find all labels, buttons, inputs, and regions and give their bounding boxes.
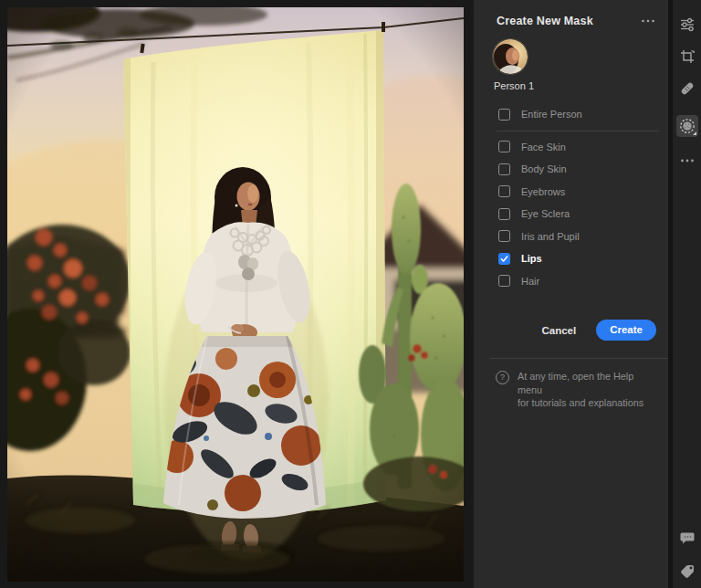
mask-option-label: Iris and Pupil	[521, 231, 580, 242]
mask-option-hair[interactable]: Hair	[474, 270, 668, 293]
mask-option-label: Body Skin	[521, 163, 567, 174]
edit-sliders-icon[interactable]	[676, 14, 698, 36]
help-line-2: for tutorials and explanations	[518, 396, 654, 410]
mask-options-list: Entire Person Face Skin Body Skin Eyebro…	[474, 103, 668, 292]
checkbox[interactable]	[498, 230, 510, 242]
create-mask-panel: Create New Mask Person 1	[474, 0, 668, 588]
help-divider	[490, 358, 668, 359]
photo-illustration	[7, 7, 464, 582]
person-avatar[interactable]	[493, 39, 528, 74]
mask-option-label: Lips	[521, 253, 542, 264]
checkbox[interactable]	[498, 109, 510, 121]
more-tools-icon[interactable]	[676, 150, 698, 172]
tool-strip	[673, 0, 701, 588]
mask-option-body-skin[interactable]: Body Skin	[474, 158, 668, 181]
help-text: At any time, open the Help menu for tuto…	[518, 370, 654, 410]
panel-header: Create New Mask	[474, 0, 668, 27]
help-question-icon: ?	[496, 371, 509, 384]
panel-title: Create New Mask	[497, 15, 639, 27]
mask-option-face-skin[interactable]: Face Skin	[474, 136, 668, 159]
help-hint: ? At any time, open the Help menu for tu…	[496, 370, 654, 410]
panel-buttons: Cancel Create	[474, 320, 668, 341]
checkbox[interactable]	[498, 275, 510, 287]
checkbox[interactable]	[498, 208, 510, 220]
help-line-1: At any time, open the Help menu	[518, 370, 654, 396]
person-name-label: Person 1	[494, 80, 668, 91]
create-button[interactable]: Create	[596, 320, 656, 341]
comments-icon[interactable]	[676, 527, 698, 549]
options-divider	[497, 131, 659, 131]
checkbox[interactable]	[498, 141, 510, 152]
mask-option-entire-person[interactable]: Entire Person	[474, 103, 668, 126]
checkbox[interactable]	[498, 163, 510, 175]
mask-option-label: Face Skin	[521, 142, 566, 152]
keywords-tag-icon[interactable]	[676, 561, 698, 583]
mask-option-label: Eye Sclera	[521, 208, 570, 219]
cancel-button[interactable]: Cancel	[539, 321, 578, 340]
masking-icon[interactable]	[676, 115, 698, 137]
panel-more-options-icon[interactable]	[639, 17, 657, 25]
mask-option-iris-and-pupil[interactable]: Iris and Pupil	[474, 226, 668, 248]
checkbox[interactable]	[498, 185, 510, 197]
crop-icon[interactable]	[676, 46, 698, 68]
photo[interactable]	[7, 7, 464, 582]
healing-icon[interactable]	[676, 78, 698, 100]
mask-option-eye-sclera[interactable]: Eye Sclera	[474, 203, 668, 226]
photo-canvas-area	[0, 0, 474, 588]
mask-option-lips[interactable]: Lips	[474, 247, 668, 270]
mask-option-label: Eyebrows	[521, 186, 565, 197]
mask-option-label: Hair	[521, 276, 539, 287]
mask-option-eyebrows[interactable]: Eyebrows	[474, 181, 668, 204]
checkbox[interactable]	[498, 253, 510, 265]
mask-option-label: Entire Person	[521, 109, 582, 120]
